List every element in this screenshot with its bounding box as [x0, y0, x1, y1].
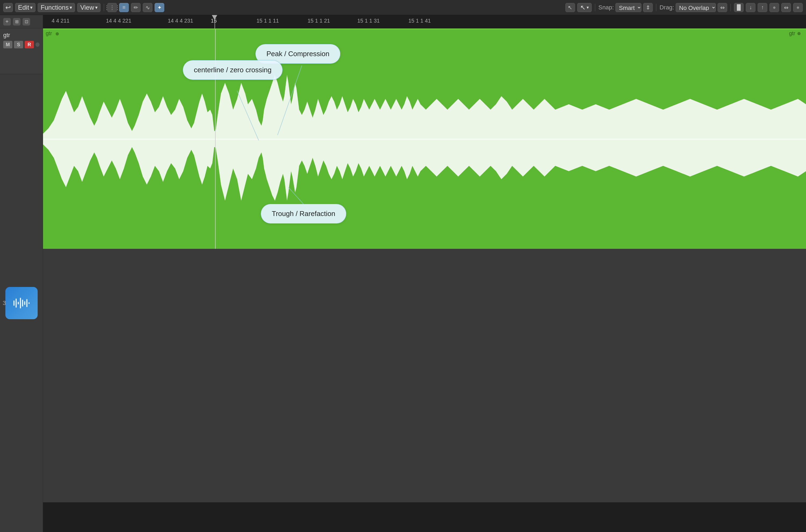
- empty-track-area: [43, 249, 806, 532]
- functions-menu-button[interactable]: Functions ▾: [38, 3, 75, 12]
- waveform-thumb-icon: [12, 296, 31, 310]
- centerline-label: centerline / zero crossing: [194, 66, 272, 74]
- snap-label: Snap:: [599, 4, 614, 11]
- toolbar: ↩ Edit ▾ Functions ▾ View ▾ ⋮⋮⋮ ≡ ✏ ∿ ✦ …: [0, 0, 806, 15]
- add-track-button[interactable]: +: [3, 18, 11, 25]
- svg-rect-3: [20, 298, 21, 308]
- snap-group: Snap: Smart Bar Beat None ⇕: [599, 3, 653, 12]
- level-up-button[interactable]: ↑: [757, 3, 767, 12]
- trough-callout: Trough / Rarefaction: [261, 204, 346, 224]
- undo-icon: ↩: [5, 4, 11, 11]
- playhead-ruler: [214, 15, 217, 28]
- track-header: gtr M S R: [0, 28, 43, 74]
- svg-rect-6: [26, 299, 28, 307]
- timeline-ruler[interactable]: 4 4 211 14 4 4 221 14 4 4 231 15 15 1 1 …: [43, 15, 806, 28]
- peak-compression-label: Peak / Compression: [267, 50, 329, 58]
- drag-group: Drag: No Overlap Overlap X-Fade ⇔: [659, 3, 727, 12]
- svg-rect-2: [18, 302, 19, 304]
- record-button[interactable]: R: [25, 41, 34, 49]
- undo-button[interactable]: ↩: [3, 3, 13, 12]
- track-area: gtr gtr: [43, 28, 806, 532]
- drag-select[interactable]: No Overlap Overlap X-Fade: [676, 3, 716, 12]
- toolbar-right: ↖ ↖ ▾ Snap: Smart Bar Beat None ⇕ Drag: …: [565, 3, 803, 12]
- ruler-marks: 4 4 211 14 4 4 221 14 4 4 231 15 15 1 1 …: [43, 15, 806, 28]
- track-region[interactable]: gtr gtr: [43, 28, 806, 249]
- pencil-tool-button[interactable]: ✏: [131, 3, 141, 12]
- curve-tool-button[interactable]: ∿: [143, 3, 152, 12]
- sidebar-top: + ⊞ ⊡: [0, 15, 43, 28]
- svg-rect-0: [14, 300, 15, 306]
- toolbar-separator-3: [656, 4, 656, 11]
- pointer-arrow: ▾: [587, 5, 589, 10]
- snap-select[interactable]: Smart Bar Beat None: [616, 3, 641, 12]
- trough-label: Trough / Rarefaction: [272, 210, 335, 217]
- collapse-button[interactable]: ⊡: [23, 18, 30, 25]
- toolbar-separator-4: [730, 4, 731, 11]
- content-area: 4 4 211 14 4 4 221 14 4 4 231 15 15 1 1 …: [43, 15, 806, 532]
- edit-arrow-icon: ▾: [30, 4, 33, 11]
- dot-button[interactable]: ●: [793, 3, 803, 12]
- drag-label: Drag:: [659, 4, 674, 11]
- expand-button[interactable]: ●: [769, 3, 779, 12]
- smart-tool-button[interactable]: ✦: [154, 3, 164, 12]
- center-line: [43, 139, 806, 139]
- sidebar: + ⊞ ⊡ gtr M S R 3: [0, 15, 43, 532]
- mute-button[interactable]: M: [3, 41, 12, 49]
- track-name: gtr: [3, 32, 39, 39]
- solo-button[interactable]: S: [14, 41, 23, 49]
- centerline-callout: centerline / zero crossing: [183, 60, 282, 80]
- toolbar-separator-2: [595, 4, 595, 11]
- track-thumbnail: [5, 287, 38, 319]
- svg-rect-7: [29, 302, 30, 304]
- drag-toggle-button[interactable]: ⇔: [717, 3, 727, 12]
- track-dot: [36, 42, 39, 47]
- snap-toggle-button[interactable]: ⇕: [643, 3, 653, 12]
- list-view-button[interactable]: ≡: [119, 3, 129, 12]
- ruler-mark-8: 15 1 1 41: [407, 15, 431, 24]
- add-group-button[interactable]: ⊞: [13, 18, 20, 25]
- bottom-bar: [43, 502, 806, 532]
- svg-rect-4: [22, 300, 23, 307]
- track-controls: M S R: [3, 41, 39, 49]
- svg-rect-5: [24, 301, 25, 305]
- view-label: View: [80, 4, 94, 11]
- view-arrow-icon: ▾: [95, 4, 97, 11]
- level-down-button[interactable]: ↓: [746, 3, 755, 12]
- grid-view-button[interactable]: ⋮⋮⋮: [107, 3, 117, 12]
- functions-label: Functions: [41, 4, 69, 11]
- main-layout: + ⊞ ⊡ gtr M S R 3: [0, 15, 806, 532]
- sidebar-content: 3: [0, 74, 43, 532]
- track-number: 3: [3, 300, 6, 307]
- svg-rect-1: [16, 299, 17, 308]
- ruler-mark-3: 14 4 4 231: [167, 15, 193, 24]
- pointer-tool-button[interactable]: ↖: [565, 3, 575, 12]
- ruler-mark-6: 15 1 1 21: [307, 15, 330, 24]
- view-menu-button[interactable]: View ▾: [77, 3, 100, 12]
- edit-label: Edit: [18, 4, 29, 11]
- meter-button[interactable]: ▐▌: [734, 3, 744, 12]
- ruler-mark-2: 14 4 4 221: [105, 15, 131, 24]
- edit-menu-button[interactable]: Edit ▾: [15, 3, 36, 12]
- link-button[interactable]: ⇔: [781, 3, 791, 12]
- pointer-icon: ↖: [580, 4, 586, 11]
- pointer-group-button[interactable]: ↖ ▾: [577, 3, 592, 12]
- ruler-mark-7: 15 1 1 31: [356, 15, 380, 24]
- ruler-mark-5: 15 1 1 11: [255, 15, 279, 24]
- ruler-mark-1: 4 4 211: [51, 15, 70, 24]
- functions-arrow-icon: ▾: [70, 4, 72, 11]
